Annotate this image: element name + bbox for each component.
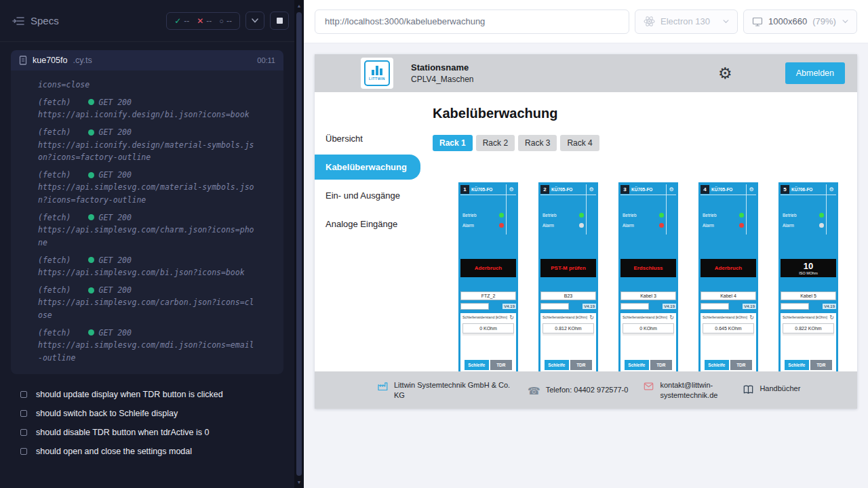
log-entry-head: (fetch) GET 200 — [38, 284, 274, 297]
version-row: V4.19 — [540, 303, 596, 310]
test-list-item[interactable]: should disable TDR button when tdrActive… — [20, 423, 294, 442]
test-list-item[interactable]: should open and close the settings modal — [20, 442, 294, 461]
alarm-row: Alarm — [540, 223, 586, 228]
station-info: Stationsname CPLV4_Maschen — [411, 62, 474, 84]
email-text[interactable]: kontakt@littwin-systemtechnik.de — [660, 380, 728, 401]
test-list-item[interactable]: should update display when TDR button is… — [20, 385, 294, 404]
log-entry-head: (fetch) GET 200 — [38, 327, 274, 340]
cable-name-field: B23 — [540, 291, 596, 300]
device-model-label: KÜ705-FO — [551, 187, 572, 192]
scrollbar-thumb[interactable] — [296, 12, 302, 476]
device-card-top-right: ⚙ — [586, 184, 596, 235]
spec-file-name[interactable]: kue705fo — [33, 56, 67, 65]
email-icon — [643, 381, 654, 393]
tdr-button[interactable]: TDR — [650, 360, 672, 370]
settings-gear-icon[interactable]: ⚙ — [718, 66, 732, 81]
rack-tabs: Rack 1 Rack 2 Rack 3 Rack 4 — [433, 135, 857, 151]
refresh-icon[interactable]: ↻ — [669, 315, 674, 321]
device-settings-gear-icon[interactable]: ⚙ — [587, 184, 596, 195]
scroll-up-icon[interactable]: ▲ — [297, 3, 302, 9]
device-card-top: 5 KÜ706-FO Betrieb — [781, 184, 836, 235]
device-card-top-right: ⚙ — [826, 184, 836, 235]
schleife-button[interactable]: Schleife — [625, 360, 649, 370]
device-card-top-left: 4 KÜ705-FO Betrieb — [701, 184, 746, 235]
network-log-entry[interactable]: icons=close — [38, 79, 274, 92]
tab-rack-2[interactable]: Rack 2 — [476, 135, 515, 151]
sidebar-item-uebersicht[interactable]: Übersicht — [315, 126, 420, 151]
resistance-value[interactable]: 0.822 KOhm — [783, 323, 834, 333]
sidebar-item-analoge-eingaenge[interactable]: Analoge Eingänge — [315, 211, 420, 237]
schleife-button[interactable]: Schleife — [785, 360, 809, 370]
test-list-item[interactable]: should switch back to Schleife display — [20, 404, 294, 423]
betrieb-row: Betrieb — [460, 213, 506, 218]
device-settings-gear-icon[interactable]: ⚙ — [747, 184, 756, 195]
http-status: GET 200 — [98, 96, 131, 109]
schleife-button[interactable]: Schleife — [465, 360, 489, 370]
resistance-value[interactable]: 0 KOhm — [623, 323, 674, 333]
viewport-select[interactable]: 1000x660 (79%) — [743, 9, 857, 34]
resistance-label: Schleifenwiderstand [kOhm] — [783, 315, 827, 319]
network-log-entry[interactable]: (fetch) GET 200 https://api.simplesvg.co… — [38, 284, 274, 322]
sidebar-item-kabelueberwachung[interactable]: Kabelüberwachung — [315, 155, 420, 180]
network-log-entry[interactable]: (fetch) GET 200 https://api.simplesvg.co… — [38, 327, 274, 365]
schleife-button[interactable]: Schleife — [545, 360, 569, 370]
device-settings-gear-icon[interactable]: ⚙ — [827, 184, 836, 195]
scroll-down-icon[interactable]: ▼ — [297, 479, 302, 485]
alarm-led — [499, 223, 504, 228]
refresh-icon[interactable]: ↻ — [589, 315, 594, 321]
refresh-icon[interactable]: ↻ — [749, 315, 754, 321]
tab-rack-3[interactable]: Rack 3 — [518, 135, 557, 151]
aux-field — [620, 303, 649, 310]
network-log-entry[interactable]: (fetch) GET 200 https://api.simplesvg.co… — [38, 211, 274, 249]
alarm-led — [819, 223, 824, 228]
footer-email: kontakt@littwin-systemtechnik.de — [643, 380, 728, 401]
resistance-value[interactable]: 0.812 KOhm — [542, 323, 594, 333]
refresh-icon[interactable]: ↻ — [509, 315, 514, 321]
browser-select[interactable]: Electron 130 — [635, 9, 738, 34]
refresh-icon[interactable]: ↻ — [829, 315, 834, 321]
device-status-display: PST-M prüfen — [540, 259, 596, 277]
reporter-scrollbar[interactable]: ▲ ▼ — [294, 0, 304, 488]
stop-button[interactable] — [270, 12, 289, 30]
url-input[interactable] — [315, 9, 629, 34]
tdr-button[interactable]: TDR — [730, 360, 752, 370]
tdr-button[interactable]: TDR — [570, 360, 592, 370]
chevron-down-icon — [252, 18, 258, 23]
app-sidebar: Übersicht Kabelüberwachung Ein- und Ausg… — [315, 92, 420, 371]
test-title: should update display when TDR button is… — [36, 390, 223, 399]
network-log-entry[interactable]: (fetch) GET 200 https://api.iconify.desi… — [38, 96, 274, 121]
sidebar-item-ein-und-ausgaenge[interactable]: Ein- und Ausgänge — [315, 183, 420, 208]
resistance-value[interactable]: 0.645 KOhm — [703, 323, 754, 333]
network-log-entry[interactable]: (fetch) GET 200 https://api.simplesvg.co… — [38, 169, 274, 207]
phone-text: Telefon: 04402 972577-0 — [546, 385, 629, 395]
schleife-button[interactable]: Schleife — [705, 360, 729, 370]
tab-rack-1[interactable]: Rack 1 — [433, 135, 473, 151]
specs-menu-button[interactable]: Specs — [12, 15, 59, 26]
network-log-entry[interactable]: (fetch) GET 200 https://api.iconify.desi… — [38, 126, 274, 164]
stat-pending: ○ -- — [219, 16, 232, 26]
kabelueberwachung-app: LITTWIN Stationsname CPLV4_Maschen ⚙ Abm… — [315, 54, 857, 409]
device-settings-gear-icon[interactable]: ⚙ — [507, 184, 516, 195]
network-log-entry[interactable]: (fetch) GET 200 https://api.simplesvg.co… — [38, 254, 274, 279]
firmware-version-label: V4.19 — [743, 304, 756, 309]
device-settings-gear-icon[interactable]: ⚙ — [667, 184, 676, 195]
test-title: should disable TDR button when tdrActive… — [36, 428, 209, 437]
app-header: LITTWIN Stationsname CPLV4_Maschen ⚙ Abm… — [315, 54, 857, 92]
device-model-label: KÜ705-FO — [711, 187, 732, 192]
collapse-button[interactable] — [245, 12, 264, 30]
footer-manuals[interactable]: Handbücher — [743, 384, 800, 396]
betrieb-led — [499, 213, 504, 218]
measurement-panel: Schleifenwiderstand [kOhm] ↻ 0 KOhm Schl… — [620, 313, 676, 371]
resistance-row: Schleifenwiderstand [kOhm] ↻ — [703, 315, 754, 321]
betrieb-row: Betrieb — [701, 213, 746, 218]
tab-rack-4[interactable]: Rack 4 — [560, 135, 599, 151]
status-dot-icon — [88, 172, 94, 178]
aut-pane: Electron 130 1000x660 (79%) — [304, 0, 868, 488]
cross-icon: ✕ — [197, 16, 203, 26]
tdr-button[interactable]: TDR — [490, 360, 512, 370]
device-card-top: 4 KÜ705-FO Betrieb — [701, 184, 756, 235]
resistance-label: Schleifenwiderstand [kOhm] — [623, 315, 667, 319]
resistance-value[interactable]: 0 KOhm — [462, 323, 514, 333]
tdr-button[interactable]: TDR — [810, 360, 832, 370]
logout-button[interactable]: Abmelden — [785, 62, 845, 84]
